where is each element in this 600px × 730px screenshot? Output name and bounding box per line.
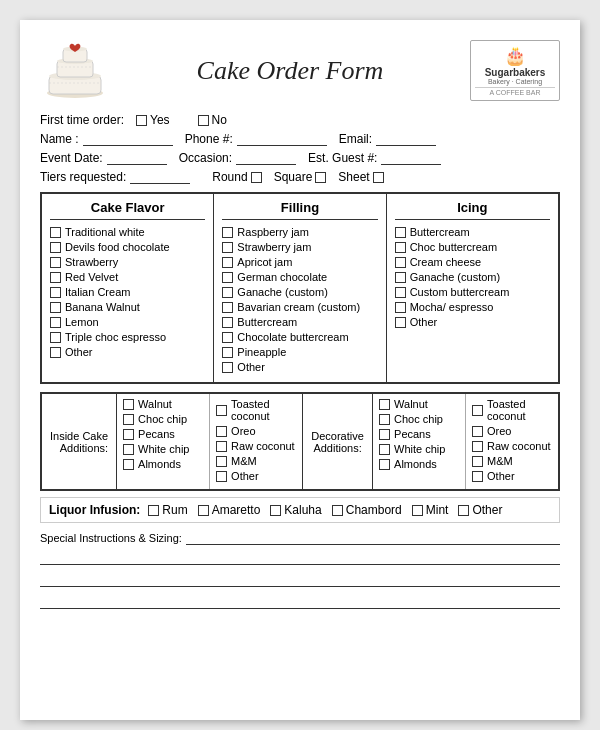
list-item[interactable]: Toasted coconut: [472, 398, 552, 422]
item-checkbox[interactable]: [222, 362, 233, 373]
list-item[interactable]: Pecans: [379, 428, 459, 440]
liquor-checkbox[interactable]: [198, 505, 209, 516]
item-checkbox[interactable]: [472, 471, 483, 482]
list-item[interactable]: M&M: [472, 455, 552, 467]
tiers-input[interactable]: [130, 170, 190, 184]
liquor-checkbox[interactable]: [148, 505, 159, 516]
item-checkbox[interactable]: [379, 399, 390, 410]
sheet-option[interactable]: Sheet: [338, 170, 383, 184]
item-checkbox[interactable]: [395, 317, 406, 328]
liquor-item[interactable]: Mint: [412, 503, 449, 517]
list-item[interactable]: Apricot jam: [222, 256, 377, 268]
item-checkbox[interactable]: [50, 287, 61, 298]
item-checkbox[interactable]: [222, 242, 233, 253]
item-checkbox[interactable]: [123, 444, 134, 455]
item-checkbox[interactable]: [50, 242, 61, 253]
list-item[interactable]: Raspberry jam: [222, 226, 377, 238]
list-item[interactable]: Oreo: [216, 425, 296, 437]
item-checkbox[interactable]: [379, 414, 390, 425]
item-checkbox[interactable]: [379, 459, 390, 470]
list-item[interactable]: Pecans: [123, 428, 203, 440]
liquor-item[interactable]: Rum: [148, 503, 187, 517]
list-item[interactable]: Choc chip: [379, 413, 459, 425]
item-checkbox[interactable]: [395, 242, 406, 253]
liquor-checkbox[interactable]: [458, 505, 469, 516]
list-item[interactable]: Other: [472, 470, 552, 482]
item-checkbox[interactable]: [216, 456, 227, 467]
list-item[interactable]: Strawberry: [50, 256, 205, 268]
liquor-item[interactable]: Chambord: [332, 503, 402, 517]
special-instructions-input[interactable]: [186, 531, 560, 545]
list-item[interactable]: Buttercream: [395, 226, 550, 238]
list-item[interactable]: Triple choc espresso: [50, 331, 205, 343]
extra-line-2[interactable]: [40, 569, 560, 587]
list-item[interactable]: Other: [222, 361, 377, 373]
list-item[interactable]: Raw coconut: [216, 440, 296, 452]
liquor-item[interactable]: Kaluha: [270, 503, 321, 517]
list-item[interactable]: Bavarian cream (custom): [222, 301, 377, 313]
list-item[interactable]: Choc chip: [123, 413, 203, 425]
item-checkbox[interactable]: [222, 317, 233, 328]
item-checkbox[interactable]: [395, 272, 406, 283]
item-checkbox[interactable]: [50, 257, 61, 268]
liquor-checkbox[interactable]: [412, 505, 423, 516]
liquor-item[interactable]: Other: [458, 503, 502, 517]
item-checkbox[interactable]: [50, 227, 61, 238]
item-checkbox[interactable]: [395, 227, 406, 238]
list-item[interactable]: Banana Walnut: [50, 301, 205, 313]
list-item[interactable]: Oreo: [472, 425, 552, 437]
list-item[interactable]: Buttercream: [222, 316, 377, 328]
item-checkbox[interactable]: [222, 272, 233, 283]
item-checkbox[interactable]: [222, 347, 233, 358]
list-item[interactable]: German chocolate: [222, 271, 377, 283]
item-checkbox[interactable]: [472, 405, 483, 416]
list-item[interactable]: Pineapple: [222, 346, 377, 358]
list-item[interactable]: Walnut: [123, 398, 203, 410]
item-checkbox[interactable]: [395, 287, 406, 298]
occasion-input[interactable]: [236, 151, 296, 165]
list-item[interactable]: Custom buttercream: [395, 286, 550, 298]
item-checkbox[interactable]: [216, 405, 227, 416]
item-checkbox[interactable]: [50, 272, 61, 283]
list-item[interactable]: Chocolate buttercream: [222, 331, 377, 343]
item-checkbox[interactable]: [222, 227, 233, 238]
list-item[interactable]: Red Velvet: [50, 271, 205, 283]
no-option[interactable]: No: [198, 113, 227, 127]
list-item[interactable]: Cream cheese: [395, 256, 550, 268]
list-item[interactable]: Traditional white: [50, 226, 205, 238]
item-checkbox[interactable]: [50, 302, 61, 313]
item-checkbox[interactable]: [50, 332, 61, 343]
list-item[interactable]: Ganache (custom): [395, 271, 550, 283]
list-item[interactable]: White chip: [379, 443, 459, 455]
name-input[interactable]: [83, 132, 173, 146]
liquor-checkbox[interactable]: [332, 505, 343, 516]
extra-line-1[interactable]: [40, 547, 560, 565]
item-checkbox[interactable]: [50, 317, 61, 328]
phone-input[interactable]: [237, 132, 327, 146]
item-checkbox[interactable]: [50, 347, 61, 358]
item-checkbox[interactable]: [216, 426, 227, 437]
sheet-checkbox[interactable]: [373, 172, 384, 183]
round-checkbox[interactable]: [251, 172, 262, 183]
list-item[interactable]: Devils food chocolate: [50, 241, 205, 253]
list-item[interactable]: Italian Cream: [50, 286, 205, 298]
list-item[interactable]: Other: [395, 316, 550, 328]
list-item[interactable]: M&M: [216, 455, 296, 467]
liquor-item[interactable]: Amaretto: [198, 503, 261, 517]
item-checkbox[interactable]: [472, 426, 483, 437]
list-item[interactable]: Walnut: [379, 398, 459, 410]
list-item[interactable]: Other: [216, 470, 296, 482]
square-option[interactable]: Square: [274, 170, 327, 184]
item-checkbox[interactable]: [222, 287, 233, 298]
item-checkbox[interactable]: [123, 459, 134, 470]
list-item[interactable]: Raw coconut: [472, 440, 552, 452]
item-checkbox[interactable]: [123, 429, 134, 440]
round-option[interactable]: Round: [212, 170, 261, 184]
list-item[interactable]: White chip: [123, 443, 203, 455]
item-checkbox[interactable]: [123, 399, 134, 410]
list-item[interactable]: Choc buttercream: [395, 241, 550, 253]
list-item[interactable]: Mocha/ espresso: [395, 301, 550, 313]
list-item[interactable]: Strawberry jam: [222, 241, 377, 253]
extra-line-3[interactable]: [40, 591, 560, 609]
item-checkbox[interactable]: [222, 257, 233, 268]
